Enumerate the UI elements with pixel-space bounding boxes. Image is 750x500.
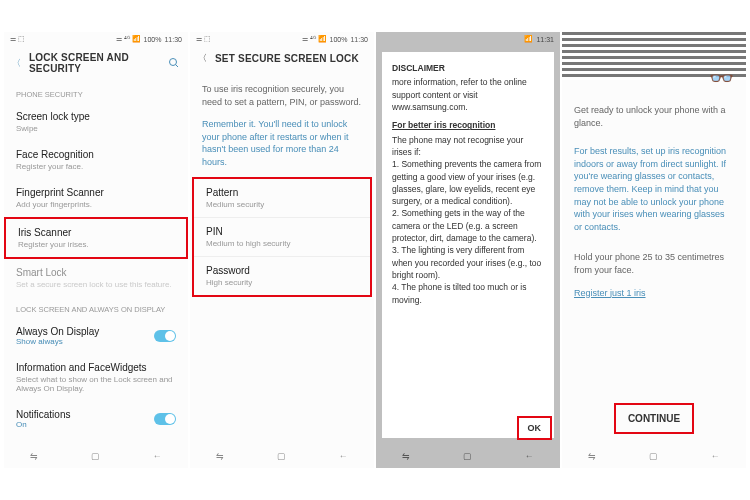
- svg-line-1: [176, 65, 179, 68]
- status-bar: ⚌ ⬚ ⚌ ⁴ᴳ 📶 100% 11:30: [4, 32, 188, 46]
- row-screen-lock-type[interactable]: Screen lock type Swipe: [4, 103, 188, 141]
- disclaimer-point-2: 2. Something gets in the way of the came…: [392, 207, 544, 244]
- nav-home-icon[interactable]: ▢: [649, 451, 658, 461]
- row-pattern[interactable]: Pattern Medium security: [194, 179, 370, 217]
- disclaimer-subheading: For better iris recognition: [392, 119, 544, 131]
- screen-iris-setup: 👓 Get ready to unlock your phone with a …: [562, 32, 746, 468]
- search-icon[interactable]: [168, 57, 180, 69]
- nav-recent-icon[interactable]: ⇋: [588, 451, 596, 461]
- disclaimer-dialog: DISCLAIMER more information, refer to th…: [382, 52, 554, 438]
- iris-animation-strip: 👓: [562, 32, 746, 80]
- screen-lock-security: ⚌ ⬚ ⚌ ⁴ᴳ 📶 100% 11:30 〈 LOCK SCREEN AND …: [4, 32, 188, 468]
- section-phone-security: PHONE SECURITY: [4, 82, 188, 103]
- disclaimer-heading: DISCLAIMER: [392, 62, 544, 74]
- nav-recent-icon[interactable]: ⇋: [216, 451, 224, 461]
- nav-home-icon[interactable]: ▢: [91, 451, 100, 461]
- intro-text: Get ready to unlock your phone with a gl…: [562, 94, 746, 139]
- nav-bar: ⇋ ▢ ←: [4, 444, 188, 468]
- glasses-icon: 👓: [709, 66, 734, 90]
- nav-back-icon[interactable]: ←: [153, 451, 162, 461]
- svg-point-0: [170, 59, 177, 66]
- section-lock-aod: LOCK SCREEN AND ALWAYS ON DISPLAY: [4, 297, 188, 318]
- row-fingerprint-scanner[interactable]: Fingerprint Scanner Add your fingerprint…: [4, 179, 188, 217]
- screen-disclaimer: 📶 11:31 DISCLAIMER more information, ref…: [376, 32, 560, 468]
- page-title: SET SECURE SCREEN LOCK: [215, 53, 366, 64]
- status-left-icons: ⚌ ⬚: [196, 35, 211, 43]
- disclaimer-intro: more information, refer to the online su…: [392, 76, 544, 113]
- nav-bar: ⇋ ▢ ←: [376, 444, 560, 468]
- disclaimer-point-1: 1. Something prevents the camera from ge…: [392, 158, 544, 207]
- reminder-text: Remember it. You'll need it to unlock yo…: [190, 118, 374, 176]
- clock: 11:31: [536, 36, 554, 43]
- instruction-text: To use iris recognition securely, you ne…: [190, 73, 374, 118]
- back-icon[interactable]: 〈: [12, 57, 21, 70]
- tips-text: For best results, set up iris recognitio…: [562, 139, 746, 241]
- disclaimer-point-3: 3. The lighting is very different from w…: [392, 244, 544, 281]
- nav-bar: ⇋ ▢ ←: [562, 444, 746, 468]
- ok-button[interactable]: OK: [519, 418, 551, 438]
- row-password[interactable]: Password High security: [194, 257, 370, 295]
- nav-back-icon[interactable]: ←: [339, 451, 348, 461]
- toggle-notifications[interactable]: [154, 413, 176, 425]
- distance-text: Hold your phone 25 to 35 centimetres fro…: [562, 241, 746, 286]
- row-notifications[interactable]: Notifications On: [4, 401, 188, 437]
- signal-icon: ⚌ ⁴ᴳ 📶: [116, 35, 141, 43]
- row-info-facewidgets[interactable]: Information and FaceWidgets Select what …: [4, 354, 188, 401]
- battery-level: 100%: [144, 36, 162, 43]
- battery-level: 100%: [330, 36, 348, 43]
- row-pin[interactable]: PIN Medium to high security: [194, 218, 370, 256]
- signal-icon: ⚌ ⁴ᴳ 📶: [302, 35, 327, 43]
- nav-back-icon[interactable]: ←: [711, 451, 720, 461]
- status-bar: ⚌ ⬚ ⚌ ⁴ᴳ 📶 100% 11:30: [190, 32, 374, 46]
- row-always-on-display[interactable]: Always On Display Show always: [4, 318, 188, 354]
- disclaimer-point-4: 4. The phone is tilted too much or is mo…: [392, 281, 544, 306]
- toggle-aod[interactable]: [154, 330, 176, 342]
- page-title: LOCK SCREEN AND SECURITY: [29, 52, 160, 74]
- status-left-icons: ⚌ ⬚: [10, 35, 25, 43]
- back-icon[interactable]: 〈: [198, 52, 207, 65]
- status-bar: 📶 11:31: [376, 32, 560, 46]
- nav-home-icon[interactable]: ▢: [277, 451, 286, 461]
- row-face-recognition[interactable]: Face Recognition Register your face.: [4, 141, 188, 179]
- nav-recent-icon[interactable]: ⇋: [402, 451, 410, 461]
- row-iris-scanner[interactable]: Iris Scanner Register your irises.: [4, 217, 188, 259]
- clock: 11:30: [350, 36, 368, 43]
- screen-set-secure-lock: ⚌ ⬚ ⚌ ⁴ᴳ 📶 100% 11:30 〈 SET SECURE SCREE…: [190, 32, 374, 468]
- nav-home-icon[interactable]: ▢: [463, 451, 472, 461]
- continue-button[interactable]: CONTINUE: [614, 403, 694, 434]
- signal-icon: 📶: [524, 35, 533, 43]
- clock: 11:30: [164, 36, 182, 43]
- nav-back-icon[interactable]: ←: [525, 451, 534, 461]
- nav-bar: ⇋ ▢ ←: [190, 444, 374, 468]
- row-smart-lock[interactable]: Smart Lock Set a secure screen lock to u…: [4, 259, 188, 297]
- disclaimer-lead: The phone may not recognise your irises …: [392, 134, 544, 159]
- register-one-iris-link[interactable]: Register just 1 iris: [562, 287, 746, 310]
- nav-recent-icon[interactable]: ⇋: [30, 451, 38, 461]
